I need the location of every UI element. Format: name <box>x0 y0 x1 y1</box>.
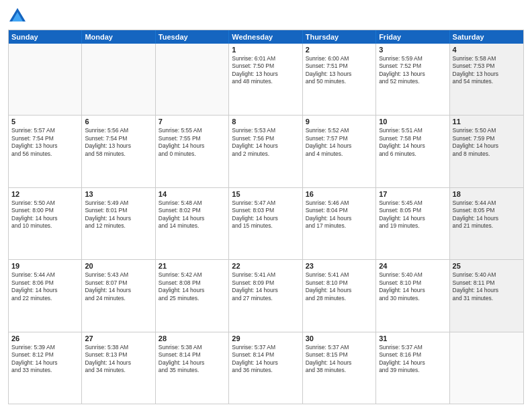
day-cell: 21Sunrise: 5:42 AM Sunset: 8:08 PM Dayli… <box>156 260 229 331</box>
day-cell: 12Sunrise: 5:50 AM Sunset: 8:00 PM Dayli… <box>9 188 82 259</box>
day-cell: 26Sunrise: 5:39 AM Sunset: 8:12 PM Dayli… <box>9 332 82 404</box>
day-number: 17 <box>379 190 446 198</box>
week-row-3: 12Sunrise: 5:50 AM Sunset: 8:00 PM Dayli… <box>9 188 523 260</box>
day-info: Sunrise: 5:59 AM Sunset: 7:52 PM Dayligh… <box>379 55 446 86</box>
day-header-tuesday: Tuesday <box>156 30 229 44</box>
day-cell: 13Sunrise: 5:49 AM Sunset: 8:01 PM Dayli… <box>82 188 155 259</box>
day-number: 13 <box>85 190 152 198</box>
day-cell: 27Sunrise: 5:38 AM Sunset: 8:13 PM Dayli… <box>82 332 155 404</box>
week-row-2: 5Sunrise: 5:57 AM Sunset: 7:54 PM Daylig… <box>9 116 523 187</box>
day-info: Sunrise: 5:50 AM Sunset: 8:00 PM Dayligh… <box>11 199 79 230</box>
day-number: 11 <box>453 118 521 126</box>
page: SundayMondayTuesdayWednesdayThursdayFrid… <box>0 0 532 411</box>
day-number: 31 <box>379 334 446 342</box>
day-cell: 10Sunrise: 5:51 AM Sunset: 7:58 PM Dayli… <box>376 116 449 187</box>
day-number: 7 <box>159 118 226 126</box>
day-info: Sunrise: 5:50 AM Sunset: 7:59 PM Dayligh… <box>453 127 521 158</box>
day-cell: 4Sunrise: 5:58 AM Sunset: 7:53 PM Daylig… <box>450 44 523 115</box>
day-header-saturday: Saturday <box>450 30 523 44</box>
week-row-5: 26Sunrise: 5:39 AM Sunset: 8:12 PM Dayli… <box>9 332 523 404</box>
day-number: 15 <box>232 190 299 198</box>
day-info: Sunrise: 6:00 AM Sunset: 7:51 PM Dayligh… <box>306 55 373 86</box>
day-number: 29 <box>232 334 299 342</box>
day-info: Sunrise: 5:41 AM Sunset: 8:09 PM Dayligh… <box>232 271 299 302</box>
day-number: 23 <box>306 262 373 270</box>
day-cell: 29Sunrise: 5:37 AM Sunset: 8:14 PM Dayli… <box>229 332 302 404</box>
day-info: Sunrise: 5:37 AM Sunset: 8:14 PM Dayligh… <box>232 344 299 375</box>
day-info: Sunrise: 5:49 AM Sunset: 8:01 PM Dayligh… <box>85 199 152 230</box>
day-info: Sunrise: 5:51 AM Sunset: 7:58 PM Dayligh… <box>379 127 446 158</box>
day-number: 21 <box>159 262 226 270</box>
day-info: Sunrise: 5:45 AM Sunset: 8:05 PM Dayligh… <box>379 199 446 230</box>
day-cell: 16Sunrise: 5:46 AM Sunset: 8:04 PM Dayli… <box>303 188 376 259</box>
day-number: 5 <box>11 118 79 126</box>
day-number: 26 <box>11 334 79 342</box>
header <box>8 7 524 26</box>
day-info: Sunrise: 5:53 AM Sunset: 7:56 PM Dayligh… <box>232 127 299 158</box>
day-cell <box>450 332 523 404</box>
day-cell: 3Sunrise: 5:59 AM Sunset: 7:52 PM Daylig… <box>376 44 449 115</box>
day-number: 24 <box>379 262 446 270</box>
day-cell: 5Sunrise: 5:57 AM Sunset: 7:54 PM Daylig… <box>9 116 82 187</box>
day-cell: 8Sunrise: 5:53 AM Sunset: 7:56 PM Daylig… <box>229 116 302 187</box>
day-info: Sunrise: 5:39 AM Sunset: 8:12 PM Dayligh… <box>11 344 79 375</box>
logo-icon <box>8 7 27 26</box>
day-number: 30 <box>306 334 373 342</box>
day-cell: 23Sunrise: 5:41 AM Sunset: 8:10 PM Dayli… <box>303 260 376 331</box>
day-info: Sunrise: 5:40 AM Sunset: 8:11 PM Dayligh… <box>453 271 521 302</box>
logo <box>8 7 30 26</box>
day-info: Sunrise: 5:38 AM Sunset: 8:14 PM Dayligh… <box>159 344 226 375</box>
day-info: Sunrise: 5:43 AM Sunset: 8:07 PM Dayligh… <box>85 271 152 302</box>
day-number: 10 <box>379 118 446 126</box>
day-info: Sunrise: 5:58 AM Sunset: 7:53 PM Dayligh… <box>453 55 521 86</box>
day-number: 4 <box>453 46 521 54</box>
day-header-thursday: Thursday <box>303 30 376 44</box>
calendar-body: 1Sunrise: 6:01 AM Sunset: 7:50 PM Daylig… <box>9 44 523 404</box>
day-info: Sunrise: 5:41 AM Sunset: 8:10 PM Dayligh… <box>306 271 373 302</box>
day-header-wednesday: Wednesday <box>229 30 302 44</box>
day-number: 18 <box>453 190 521 198</box>
day-info: Sunrise: 6:01 AM Sunset: 7:50 PM Dayligh… <box>232 55 299 86</box>
day-cell: 19Sunrise: 5:44 AM Sunset: 8:06 PM Dayli… <box>9 260 82 331</box>
day-number: 1 <box>232 46 299 54</box>
day-info: Sunrise: 5:55 AM Sunset: 7:55 PM Dayligh… <box>159 127 226 158</box>
week-row-1: 1Sunrise: 6:01 AM Sunset: 7:50 PM Daylig… <box>9 44 523 116</box>
day-info: Sunrise: 5:48 AM Sunset: 8:02 PM Dayligh… <box>159 199 226 230</box>
day-info: Sunrise: 5:47 AM Sunset: 8:03 PM Dayligh… <box>232 199 299 230</box>
day-info: Sunrise: 5:57 AM Sunset: 7:54 PM Dayligh… <box>11 127 79 158</box>
day-number: 9 <box>306 118 373 126</box>
day-number: 28 <box>159 334 226 342</box>
day-number: 27 <box>85 334 152 342</box>
day-cell <box>9 44 82 115</box>
day-cell: 1Sunrise: 6:01 AM Sunset: 7:50 PM Daylig… <box>229 44 302 115</box>
day-headers: SundayMondayTuesdayWednesdayThursdayFrid… <box>9 30 523 44</box>
day-cell: 28Sunrise: 5:38 AM Sunset: 8:14 PM Dayli… <box>156 332 229 404</box>
day-cell: 15Sunrise: 5:47 AM Sunset: 8:03 PM Dayli… <box>229 188 302 259</box>
day-cell: 11Sunrise: 5:50 AM Sunset: 7:59 PM Dayli… <box>450 116 523 187</box>
day-cell: 22Sunrise: 5:41 AM Sunset: 8:09 PM Dayli… <box>229 260 302 331</box>
day-cell: 17Sunrise: 5:45 AM Sunset: 8:05 PM Dayli… <box>376 188 449 259</box>
day-info: Sunrise: 5:52 AM Sunset: 7:57 PM Dayligh… <box>306 127 373 158</box>
day-number: 3 <box>379 46 446 54</box>
day-number: 25 <box>453 262 521 270</box>
day-cell: 14Sunrise: 5:48 AM Sunset: 8:02 PM Dayli… <box>156 188 229 259</box>
day-number: 2 <box>306 46 373 54</box>
day-cell: 7Sunrise: 5:55 AM Sunset: 7:55 PM Daylig… <box>156 116 229 187</box>
day-info: Sunrise: 5:37 AM Sunset: 8:16 PM Dayligh… <box>379 344 446 375</box>
day-number: 14 <box>159 190 226 198</box>
day-cell: 30Sunrise: 5:37 AM Sunset: 8:15 PM Dayli… <box>303 332 376 404</box>
day-cell: 2Sunrise: 6:00 AM Sunset: 7:51 PM Daylig… <box>303 44 376 115</box>
day-info: Sunrise: 5:46 AM Sunset: 8:04 PM Dayligh… <box>306 199 373 230</box>
day-number: 20 <box>85 262 152 270</box>
calendar: SundayMondayTuesdayWednesdayThursdayFrid… <box>8 30 524 404</box>
day-info: Sunrise: 5:44 AM Sunset: 8:05 PM Dayligh… <box>453 199 521 230</box>
day-info: Sunrise: 5:44 AM Sunset: 8:06 PM Dayligh… <box>11 271 79 302</box>
day-cell: 20Sunrise: 5:43 AM Sunset: 8:07 PM Dayli… <box>82 260 155 331</box>
day-cell: 31Sunrise: 5:37 AM Sunset: 8:16 PM Dayli… <box>376 332 449 404</box>
day-cell: 18Sunrise: 5:44 AM Sunset: 8:05 PM Dayli… <box>450 188 523 259</box>
day-number: 19 <box>11 262 79 270</box>
day-header-sunday: Sunday <box>9 30 82 44</box>
week-row-4: 19Sunrise: 5:44 AM Sunset: 8:06 PM Dayli… <box>9 260 523 332</box>
day-header-monday: Monday <box>82 30 155 44</box>
day-cell <box>156 44 229 115</box>
